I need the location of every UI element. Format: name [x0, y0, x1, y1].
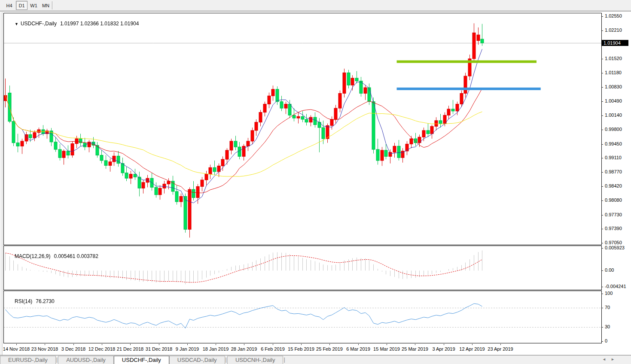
tab-divider: | — [283, 355, 285, 364]
time-axis[interactable]: 14 Nov 201823 Nov 20183 Dec 201812 Dec 2… — [4, 344, 602, 355]
timeframe-toolbar: H4 D1 W1 MN — [0, 0, 631, 11]
timeframe-button-mn[interactable]: MN — [40, 1, 52, 10]
tab-usdcad-daily[interactable]: USDCAD-,Daily — [169, 356, 225, 364]
macd-label: MACD(12,26,9)0.005461 0.003782 — [6, 247, 98, 265]
time-tick-label: 31 Dec 2018 — [146, 346, 172, 352]
price-tick-label-tick — [601, 215, 603, 215]
macd-axis-label-tick — [601, 270, 603, 271]
price-tick-label: 1.01520 — [605, 56, 622, 61]
time-tick-label: 23 Apr 2019 — [488, 346, 513, 352]
price-tick-label: 0.97390 — [605, 226, 622, 231]
price-tick-label: 0.97050 — [605, 240, 622, 245]
chart-window: ▼USDCHF-,Daily1.01997 1.02366 1.01832 1.… — [0, 12, 631, 355]
time-tick-label: 23 Nov 2018 — [31, 346, 58, 352]
main-chart-canvas[interactable] — [4, 13, 601, 245]
price-tick-label: 1.00490 — [605, 98, 622, 103]
chart-ohlc-values: 1.01997 1.02366 1.01832 1.01904 — [60, 21, 139, 27]
macd-axis-label: 0.005923 — [605, 245, 625, 250]
time-tick — [244, 344, 244, 345]
time-tick — [187, 344, 188, 345]
time-tick — [358, 344, 359, 345]
price-tick-label-tick — [601, 101, 603, 102]
time-tick — [387, 344, 387, 345]
rsi-axis-label: 30 — [605, 324, 610, 329]
tab-usdchf-daily[interactable]: USDCHF-,Daily — [114, 356, 169, 364]
price-tick-label-tick — [601, 229, 603, 229]
price-tick-label-tick — [601, 200, 603, 201]
price-tick-label: 0.97730 — [605, 212, 622, 217]
time-tick-label: 12 Dec 2018 — [88, 346, 115, 352]
rsi-axis-label: 70 — [605, 305, 610, 310]
time-tick — [500, 344, 501, 345]
timeframe-button-h4[interactable]: H4 — [3, 1, 15, 10]
rsi-axis-label: 100 — [605, 291, 613, 296]
rsi-axis-label-tick — [601, 308, 603, 308]
price-tick-label-tick — [601, 16, 603, 17]
time-tick-label: 6 Feb 2019 — [261, 346, 285, 352]
timeframe-button-d1[interactable]: D1 — [16, 1, 27, 10]
time-tick-label: 15 Mar 2019 — [373, 346, 400, 352]
price-tick-label-tick — [601, 115, 603, 116]
time-tick-label: 6 Mar 2019 — [346, 346, 370, 352]
macd-values: 0.005461 0.003782 — [54, 253, 98, 259]
time-tick — [329, 344, 330, 345]
macd-axis-label-tick — [601, 287, 603, 287]
price-tick-label: 1.00830 — [605, 84, 622, 89]
rsi-panel: RSI(14)76.2730 — [3, 291, 602, 343]
time-tick — [130, 344, 131, 345]
price-tick-label-tick — [601, 73, 603, 73]
time-tick-label: 14 Nov 2018 — [3, 346, 30, 352]
price-tick-label: 0.99800 — [605, 127, 622, 132]
price-tick-label-tick — [601, 130, 603, 130]
price-tick-label: 1.00140 — [605, 112, 622, 118]
rsi-axis-label: 0 — [605, 338, 607, 343]
price-tick-label: 0.98080 — [605, 197, 622, 203]
collapse-icon[interactable]: ▼ — [15, 22, 18, 26]
price-tick-label-tick — [601, 87, 603, 88]
price-axis[interactable]: 1.01904 1.025501.022101.018601.015201.01… — [601, 12, 631, 343]
timeframe-button-w1[interactable]: W1 — [28, 1, 40, 10]
window-frame-line — [2, 12, 3, 355]
chart-tab-bar: EURUSD-,Daily|AUDUSD-,DailyUSDCHF-,Daily… — [0, 355, 631, 364]
price-tick-label: 0.98770 — [605, 169, 622, 174]
time-tick — [16, 344, 17, 345]
tab-eurusd-daily[interactable]: EURUSD-,Daily — [0, 356, 56, 364]
time-tick-label: 25 Feb 2019 — [316, 346, 343, 352]
window-frame-line — [1, 12, 1, 355]
current-price-label: 1.01904 — [601, 40, 628, 46]
toolbar-separator — [52, 1, 53, 9]
rsi-axis-label-tick — [601, 341, 603, 342]
time-tick — [216, 344, 216, 345]
time-tick — [159, 344, 159, 345]
price-tick-label-tick — [601, 172, 603, 173]
price-tick-label-tick — [601, 158, 603, 158]
time-tick-label: 9 Jan 2019 — [176, 346, 199, 352]
time-tick — [73, 344, 74, 345]
price-tick-label: 1.02550 — [605, 13, 622, 18]
time-tick-label: 21 Dec 2018 — [117, 346, 143, 352]
time-tick — [444, 344, 444, 345]
price-tick-label: 1.01180 — [605, 70, 622, 75]
rsi-canvas[interactable] — [4, 291, 601, 343]
tab-scroll-right-arrow[interactable]: ► — [611, 357, 615, 361]
tab-scroll-left-arrow[interactable]: ◄ — [602, 357, 606, 361]
chart-title: ▼USDCHF-,Daily1.01997 1.02366 1.01832 1.… — [6, 15, 139, 33]
chart-symbol-label: USDCHF-,Daily — [21, 21, 57, 27]
time-tick — [301, 344, 302, 345]
price-tick-label: 0.99450 — [605, 141, 622, 146]
tab-divider: | — [56, 355, 58, 364]
time-tick-label: 3 Dec 2018 — [61, 346, 85, 352]
price-tick-label: 1.02210 — [605, 27, 622, 33]
price-tick-label-tick — [601, 59, 603, 59]
tab-usdcnh-daily[interactable]: USDCNH-,Daily — [227, 356, 283, 364]
price-tick-label: 0.98420 — [605, 183, 622, 188]
rsi-axis-label-tick — [601, 294, 603, 294]
price-tick-label-tick — [601, 144, 603, 145]
tab-audusd-daily[interactable]: AUDUSD-,Daily — [58, 356, 114, 364]
time-tick-label: 18 Jan 2019 — [203, 346, 229, 352]
price-tick-label: 0.99110 — [605, 155, 622, 160]
macd-panel: MACD(12,26,9)0.005461 0.003782 — [3, 246, 602, 290]
time-tick-label: 3 Apr 2019 — [432, 346, 455, 352]
time-tick — [45, 344, 45, 345]
toolbar-underline — [0, 11, 631, 12]
